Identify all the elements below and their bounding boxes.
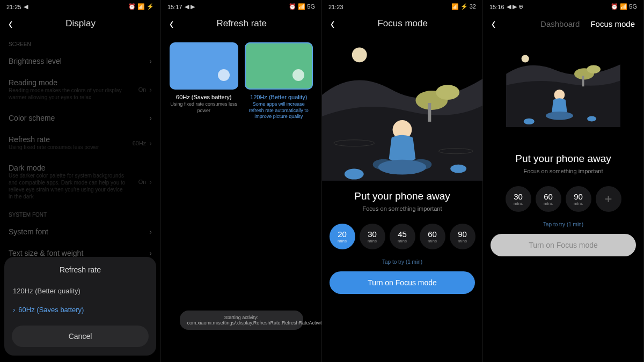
screen-focus-mode-wellbeing: 15:16◀ ▶ ⊕ ⏰ 📶 5G ‹ Dashboard Focus mode… <box>483 0 644 362</box>
timer-60[interactable]: 60mins <box>420 224 445 249</box>
header: ‹ Dashboard Focus mode <box>483 11 643 36</box>
timer-add[interactable]: + <box>596 186 621 212</box>
timer-options: 20mins 30mins 45mins 60mins 90mins <box>322 224 482 249</box>
svg-point-11 <box>378 160 427 175</box>
svg-rect-3 <box>428 103 431 122</box>
timer-45[interactable]: 45mins <box>390 224 415 249</box>
svg-point-2 <box>436 85 459 100</box>
statusbar: 15:16◀ ▶ ⊕ ⏰ 📶 5G <box>483 0 643 11</box>
back-icon[interactable]: ‹ <box>331 14 334 33</box>
back-icon[interactable]: ‹ <box>9 14 12 33</box>
header: ‹ Focus mode <box>322 11 482 36</box>
row-reading-mode[interactable]: Reading modeReading mode makes the color… <box>6 72 154 107</box>
tab-dashboard[interactable]: Dashboard <box>540 19 580 28</box>
svg-point-0 <box>352 47 367 62</box>
statusbar: 21:23 📶 ⚡ 32 <box>322 0 482 11</box>
send-icon: ◀ <box>24 3 28 10</box>
tap-to-try[interactable]: Tap to try (1 min) <box>483 221 643 227</box>
section-font: SYSTEM FONT <box>6 206 154 221</box>
timer-20[interactable]: 20mins <box>330 224 355 249</box>
cancel-button[interactable]: Cancel <box>12 326 149 347</box>
svg-point-16 <box>524 119 535 124</box>
chevron-right-icon: › <box>149 139 152 147</box>
tap-to-try[interactable]: Tap to try (1 min) <box>322 259 482 265</box>
row-color-scheme[interactable]: Color scheme› <box>6 107 154 129</box>
chevron-right-icon: › <box>149 57 152 65</box>
focus-subheading: Focus on something important <box>483 168 643 174</box>
tab-focus-mode[interactable]: Focus mode <box>590 19 635 28</box>
status-icons: ◀ ▶ <box>185 3 195 10</box>
dialog-option-60hz[interactable]: ›60Hz (Saves battery) <box>12 300 149 319</box>
timer-30[interactable]: 30mins <box>360 224 385 249</box>
row-brightness[interactable]: Brightness level› <box>6 50 154 72</box>
activity-toast: Starting activity: com.xiaomi.misettings… <box>180 311 303 330</box>
chevron-right-icon: › <box>149 227 152 236</box>
zen-illustration <box>322 36 482 181</box>
svg-point-12 <box>522 55 529 62</box>
screen-refresh-rate: 15:17◀ ▶ ⏰ 📶 5G ‹ Refresh rate 60Hz (Sav… <box>161 0 322 362</box>
timer-60[interactable]: 60mins <box>536 186 561 212</box>
back-icon[interactable]: ‹ <box>492 14 495 33</box>
status-icons: ⏰ 📶 5G <box>611 3 637 10</box>
section-screen: SCREEN <box>6 36 154 50</box>
turn-on-focus-button[interactable]: Turn on Focus mode <box>491 234 636 256</box>
back-icon[interactable]: ‹ <box>170 14 173 33</box>
preview-60hz <box>170 42 238 90</box>
timer-90[interactable]: 90mins <box>566 186 591 212</box>
svg-point-6 <box>345 169 364 180</box>
status-icons: ◀ ▶ ⊕ <box>507 3 523 10</box>
chevron-right-icon: › <box>149 114 152 122</box>
header: ‹ Display <box>0 11 160 36</box>
screen-display-settings: 21:25◀ ⏰ 📶 ⚡ ‹ Display SCREEN Brightness… <box>0 0 161 362</box>
statusbar: 21:25◀ ⏰ 📶 ⚡ <box>0 0 160 11</box>
row-dark-mode[interactable]: Dark modeUse darker color palette for sy… <box>6 157 154 206</box>
header: ‹ Refresh rate <box>161 11 321 36</box>
option-120hz[interactable]: 120Hz (Better quality) Some apps will in… <box>245 42 313 120</box>
chevron-right-icon: › <box>149 249 152 257</box>
check-icon: › <box>13 306 15 314</box>
page-title: Focus mode <box>343 18 462 29</box>
status-icons: ⏰ 📶 5G <box>289 3 315 10</box>
row-system-font[interactable]: System font› <box>6 221 154 242</box>
turn-on-focus-button[interactable]: Turn on Focus mode <box>330 271 475 294</box>
row-refresh-rate[interactable]: Refresh rateUsing fixed rate consumes le… <box>6 129 154 157</box>
svg-rect-15 <box>582 76 584 86</box>
focus-heading: Put your phone away <box>322 190 482 202</box>
timer-options: 30mins 60mins 90mins + <box>483 186 643 212</box>
focus-heading: Put your phone away <box>483 153 643 165</box>
svg-point-17 <box>587 116 596 121</box>
svg-point-14 <box>587 65 601 74</box>
option-60hz[interactable]: 60Hz (Saves battery) Using fixed rate co… <box>170 42 238 120</box>
statusbar: 15:17◀ ▶ ⏰ 📶 5G <box>161 0 321 11</box>
svg-point-19 <box>546 112 573 120</box>
page-title: Refresh rate <box>182 18 301 29</box>
zen-illustration <box>483 36 643 143</box>
refresh-rate-dialog: Refresh rate 120Hz (Better quality) ›60H… <box>4 257 156 356</box>
svg-point-7 <box>450 165 466 173</box>
status-icons: 📶 ⚡ 32 <box>451 3 476 10</box>
chevron-right-icon: › <box>149 178 152 186</box>
page-title: Display <box>21 18 140 29</box>
timer-90[interactable]: 90mins <box>450 224 475 249</box>
status-icons: ⏰ 📶 ⚡ <box>128 3 154 10</box>
focus-subheading: Focus on something important <box>322 205 482 212</box>
chevron-right-icon: › <box>149 85 152 94</box>
timer-30[interactable]: 30mins <box>506 186 531 212</box>
dialog-title: Refresh rate <box>12 265 149 274</box>
preview-120hz <box>245 42 313 90</box>
dialog-option-120hz[interactable]: 120Hz (Better quality) <box>12 282 149 300</box>
screen-focus-mode-miui: 21:23 📶 ⚡ 32 ‹ Focus mode Put your phone… <box>322 0 483 362</box>
